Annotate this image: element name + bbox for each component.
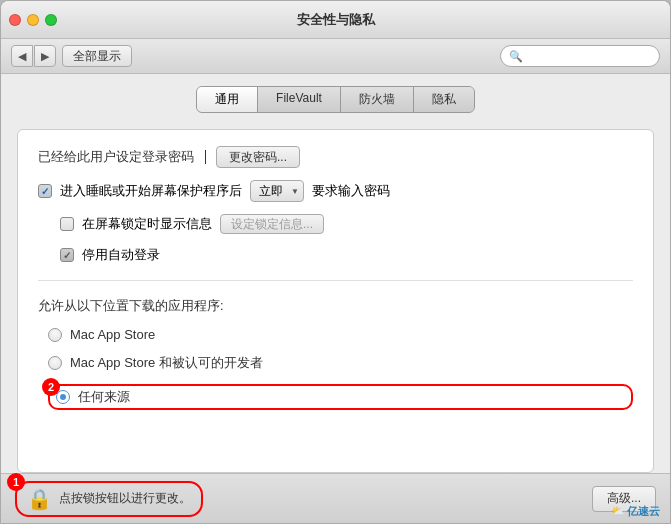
- lock-message-checkbox[interactable]: [60, 217, 74, 231]
- mac-app-store-devs-radio[interactable]: [48, 356, 62, 370]
- badge-lock: 1: [7, 473, 25, 491]
- toolbar: ◀ ▶ 全部显示 🔍: [1, 39, 670, 74]
- bottom-bar: 1 🔒 点按锁按钮以进行更改。 高级... ⛅ 亿速云: [1, 473, 670, 523]
- mac-app-store-devs-label: Mac App Store 和被认可的开发者: [70, 354, 263, 372]
- search-box[interactable]: 🔍: [500, 45, 660, 67]
- mac-app-store-label: Mac App Store: [70, 327, 155, 342]
- lock-info-button[interactable]: 设定锁定信息...: [220, 214, 324, 234]
- download-section-title: 允许从以下位置下载的应用程序:: [38, 298, 224, 313]
- general-panel: 已经给此用户设定登录密码 更改密码... 进入睡眠或开始屏幕保护程序后 立即 要…: [17, 129, 654, 473]
- lock-section[interactable]: 1 🔒 点按锁按钮以进行更改。: [15, 481, 203, 517]
- search-input[interactable]: [527, 49, 651, 63]
- lock-text: 点按锁按钮以进行更改。: [59, 490, 191, 507]
- password-row: 已经给此用户设定登录密码 更改密码...: [38, 146, 633, 168]
- forward-button[interactable]: ▶: [34, 45, 56, 67]
- lock-icon: 🔒: [27, 487, 51, 511]
- sleep-dropdown-wrapper: 立即: [250, 180, 304, 202]
- sleep-checkbox[interactable]: [38, 184, 52, 198]
- change-password-button[interactable]: 更改密码...: [216, 146, 300, 168]
- tabs: 通用 FileVault 防火墙 隐私: [17, 86, 654, 113]
- auto-login-checkbox[interactable]: [60, 248, 74, 262]
- anywhere-label: 任何来源: [78, 388, 130, 406]
- nav-buttons: ◀ ▶: [11, 45, 56, 67]
- watermark: ⛅ 亿速云: [611, 504, 660, 519]
- lock-message-label: 在屏幕锁定时显示信息: [82, 215, 212, 233]
- window-title: 安全性与隐私: [297, 11, 375, 29]
- tab-general[interactable]: 通用: [197, 87, 258, 112]
- main-window: 安全性与隐私 ◀ ▶ 全部显示 🔍 通用 FileVault 防火墙: [0, 0, 671, 524]
- sleep-suffix: 要求输入密码: [312, 182, 390, 200]
- download-section: 允许从以下位置下载的应用程序:: [38, 297, 633, 315]
- back-button[interactable]: ◀: [11, 45, 33, 67]
- tab-group: 通用 FileVault 防火墙 隐私: [196, 86, 475, 113]
- sleep-row: 进入睡眠或开始屏幕保护程序后 立即 要求输入密码: [38, 180, 633, 202]
- watermark-logo: ⛅: [611, 505, 625, 518]
- radio-anywhere-row: 2 任何来源: [48, 384, 633, 410]
- watermark-text: 亿速云: [627, 504, 660, 519]
- close-button[interactable]: [9, 14, 21, 26]
- minimize-button[interactable]: [27, 14, 39, 26]
- mac-app-store-radio[interactable]: [48, 328, 62, 342]
- badge-radio: 2: [42, 378, 60, 396]
- tab-privacy[interactable]: 隐私: [414, 87, 474, 112]
- show-all-button[interactable]: 全部显示: [62, 45, 132, 67]
- password-label: 已经给此用户设定登录密码: [38, 148, 194, 166]
- content-area: 通用 FileVault 防火墙 隐私 已经给此用户设定登录密码 更改密码...: [1, 74, 670, 473]
- sleep-dropdown[interactable]: 立即: [250, 180, 304, 202]
- traffic-lights: [9, 14, 57, 26]
- radio-mac-app-store: Mac App Store: [48, 327, 633, 342]
- auto-login-label: 停用自动登录: [82, 246, 160, 264]
- maximize-button[interactable]: [45, 14, 57, 26]
- title-bar: 安全性与隐私: [1, 1, 670, 39]
- radio-mac-app-store-devs: Mac App Store 和被认可的开发者: [48, 354, 633, 372]
- search-icon: 🔍: [509, 50, 523, 63]
- tab-filevault[interactable]: FileVault: [258, 87, 341, 112]
- lock-message-row: 在屏幕锁定时显示信息 设定锁定信息...: [60, 214, 633, 234]
- divider: [38, 280, 633, 281]
- lock-relative: 1 🔒 点按锁按钮以进行更改。: [15, 481, 203, 517]
- sleep-label: 进入睡眠或开始屏幕保护程序后: [60, 182, 242, 200]
- auto-login-row: 停用自动登录: [60, 246, 633, 264]
- tab-firewall[interactable]: 防火墙: [341, 87, 414, 112]
